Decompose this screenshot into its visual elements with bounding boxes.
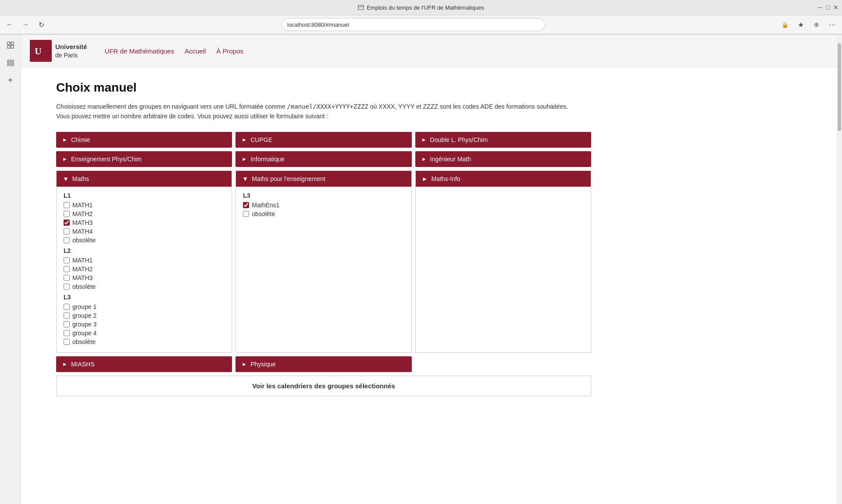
maths-ens-obsolete-checkbox[interactable]: [243, 211, 249, 217]
maths-ens-body: L3 MathEns1 obsolète: [236, 187, 411, 340]
sidebar-tab-1[interactable]: [4, 38, 18, 52]
forward-button[interactable]: →: [19, 18, 32, 31]
category-cupge[interactable]: ► CUPGE: [235, 132, 411, 148]
scrollbar-thumb[interactable]: [838, 43, 841, 131]
address-bar: ← → ↻ localhost:8080/#/manuel 🔒 ★ ⊕ ⋯: [0, 15, 842, 34]
maths-ens-obsolete: obsolète: [243, 210, 404, 217]
maximize-button[interactable]: □: [826, 4, 830, 11]
sidebar-add-button[interactable]: +: [5, 75, 16, 85]
logo-text: Université de Paris: [55, 43, 87, 59]
maths-info-arrow-icon: ►: [422, 175, 428, 182]
browser-actions: 🔒 ★ ⊕ ⋯: [779, 18, 838, 31]
title-bar: Emplois du temps de l'UFR de Mathématiqu…: [0, 0, 842, 15]
maths-l2-math3-checkbox[interactable]: [64, 275, 70, 281]
svg-rect-6: [7, 62, 14, 64]
window-controls[interactable]: ─ □ ✕: [818, 4, 838, 11]
informatique-arrow-icon: ►: [242, 156, 247, 162]
double-l-arrow-icon: ►: [421, 137, 427, 143]
nav-accueil[interactable]: Accueil: [185, 47, 206, 55]
maths-ens-arrow-icon: ▼: [242, 175, 248, 182]
maths-l1-heading: L1: [64, 192, 225, 199]
university-logo: U Université de Paris: [30, 40, 87, 62]
maths-info-body: [416, 187, 591, 340]
category-miashs[interactable]: ► MIASHS: [56, 356, 232, 372]
maths-l2-math1-checkbox[interactable]: [64, 257, 70, 263]
maths-l1-math3: MATH3: [64, 219, 225, 226]
physique-arrow-icon: ►: [242, 361, 247, 367]
svg-rect-5: [7, 60, 14, 61]
category-chimie[interactable]: ► Chimie: [56, 132, 232, 148]
maths-l3-obsolete: obsolète: [64, 338, 225, 345]
category-informatique[interactable]: ► Informatique: [235, 151, 411, 167]
expanded-row: ▼ Maths L1 MATH1 MATH2: [56, 170, 591, 353]
refresh-button[interactable]: ↻: [35, 18, 47, 31]
page-description: Choisissez manuellement des groupes en n…: [56, 102, 582, 121]
scrollbar[interactable]: [837, 35, 842, 504]
maths-l1-math3-checkbox[interactable]: [64, 220, 70, 226]
maths-l1-obsolete-checkbox[interactable]: [64, 237, 70, 243]
category-maths-enseignement[interactable]: ▼ Maths pour l'enseignement: [236, 171, 411, 187]
nav-links: UFR de Mathématiques Accueil À Propos: [105, 47, 243, 55]
maths-l2-math2-checkbox[interactable]: [64, 266, 70, 272]
cupge-arrow-icon: ►: [242, 137, 247, 143]
page-content: Choix manuel Choisissez manuellement des…: [21, 67, 609, 414]
address-url[interactable]: localhost:8080/#/manuel: [287, 21, 349, 28]
maths-l3-groupe1: groupe 1: [64, 303, 225, 310]
maths-l1-math2-checkbox[interactable]: [64, 211, 70, 217]
nav-apropos[interactable]: À Propos: [216, 47, 243, 55]
maths-l3-groupe3-checkbox[interactable]: [64, 321, 70, 327]
page-title-browser: Emplois du temps de l'UFR de Mathématiqu…: [358, 4, 484, 11]
svg-rect-3: [7, 46, 10, 48]
maths-l3-groupe2-checkbox[interactable]: [64, 312, 70, 319]
back-button[interactable]: ←: [4, 18, 16, 31]
maths-l2-math1: MATH1: [64, 257, 225, 264]
sidebar: +: [0, 35, 21, 504]
page-title: Choix manuel: [56, 81, 591, 95]
maths-l1-math1: MATH1: [64, 202, 225, 209]
maths-l1-math1-checkbox[interactable]: [64, 202, 70, 208]
submit-button[interactable]: Voir les calendriers des groupes sélecti…: [56, 376, 591, 396]
category-physique[interactable]: ► Physique: [235, 356, 411, 372]
maths-l3-obsolete-checkbox[interactable]: [64, 339, 70, 345]
svg-rect-0: [358, 5, 364, 10]
submit-row: Voir les calendriers des groupes sélecti…: [56, 376, 591, 396]
maths-l2-obsolete: obsolète: [64, 283, 225, 290]
maths-l2-math3: MATH3: [64, 274, 225, 281]
close-button[interactable]: ✕: [833, 4, 838, 11]
panel-maths-info: ► Maths-Info: [415, 170, 591, 353]
maths-l2-obsolete-checkbox[interactable]: [64, 284, 70, 290]
maths-l3-groupe4-checkbox[interactable]: [64, 330, 70, 336]
maths-l1-math4-checkbox[interactable]: [64, 228, 70, 234]
svg-rect-4: [11, 46, 14, 48]
maths-l2-heading: L2: [64, 247, 225, 254]
maths-l3-groupe4: groupe 4: [64, 330, 225, 337]
category-row-2: ► Enseignement Phys/Chim ► Informatique …: [56, 151, 591, 167]
settings-button[interactable]: ⋯: [826, 18, 838, 31]
maths-l3-groupe1-checkbox[interactable]: [64, 304, 70, 310]
maths-arrow-icon: ▼: [63, 175, 69, 182]
ingenieur-arrow-icon: ►: [421, 156, 427, 162]
main-area: U Université de Paris UFR de Mathématiqu…: [21, 35, 842, 504]
maths-ens-mathens1: MathEns1: [243, 202, 404, 209]
logo-icon: U: [30, 40, 52, 62]
maths-body: L1 MATH1 MATH2 MATH3: [57, 187, 232, 352]
category-maths-info[interactable]: ► Maths-Info: [416, 171, 591, 187]
category-maths[interactable]: ▼ Maths: [57, 171, 232, 187]
svg-text:U: U: [35, 46, 42, 57]
svg-rect-2: [11, 42, 14, 45]
category-enseignement[interactable]: ► Enseignement Phys/Chim: [56, 151, 232, 167]
favorites-button[interactable]: ⊕: [810, 18, 823, 31]
panel-maths: ▼ Maths L1 MATH1 MATH2: [56, 170, 232, 353]
profile-button[interactable]: ★: [795, 18, 807, 31]
sidebar-tab-2[interactable]: [4, 56, 18, 70]
extensions-button[interactable]: 🔒: [779, 18, 791, 31]
nav-ufr[interactable]: UFR de Mathématiques: [105, 47, 174, 55]
maths-l3-groupe2: groupe 2: [64, 312, 225, 319]
category-double-l[interactable]: ► Double L. Phys/Chim: [415, 132, 591, 148]
minimize-button[interactable]: ─: [818, 4, 823, 11]
panel-maths-enseignement: ▼ Maths pour l'enseignement L3 MathEns1 …: [235, 170, 411, 353]
category-ingenieur[interactable]: ► Ingénieur Math: [415, 151, 591, 167]
browser-layout: + U Université de Paris UFR de Mathémati…: [0, 35, 842, 504]
maths-l3-groupe3: groupe 3: [64, 321, 225, 328]
maths-ens-mathens1-checkbox[interactable]: [243, 202, 249, 208]
